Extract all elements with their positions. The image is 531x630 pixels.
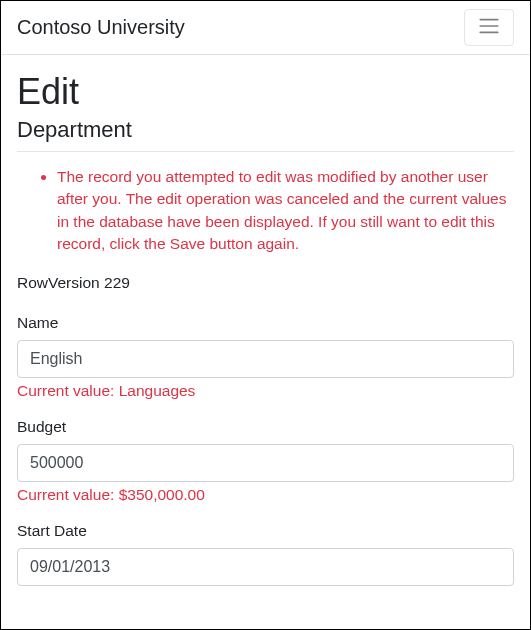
navbar-brand[interactable]: Contoso University [17,16,185,39]
navbar: Contoso University [1,1,530,55]
budget-input[interactable] [17,444,514,482]
start-date-input[interactable] [17,548,514,586]
row-version: RowVersion 229 [17,274,514,292]
row-version-label: RowVersion [17,274,100,291]
form-group-budget: Budget Current value: $350,000.00 [17,418,514,504]
form-group-name: Name Current value: Languages [17,314,514,400]
name-validation: Current value: Languages [17,382,514,400]
validation-summary-item: The record you attempted to edit was mod… [57,166,514,256]
divider [17,151,514,152]
navbar-toggle-button[interactable] [464,9,514,46]
page-container: Edit Department The record you attempted… [1,55,530,620]
page-subtitle: Department [17,117,514,143]
start-date-label: Start Date [17,522,514,540]
name-input[interactable] [17,340,514,378]
name-label: Name [17,314,514,332]
row-version-value: 229 [104,274,130,291]
budget-validation: Current value: $350,000.00 [17,486,514,504]
hamburger-icon [477,14,501,41]
budget-label: Budget [17,418,514,436]
page-title: Edit [17,71,514,113]
form-group-start-date: Start Date [17,522,514,586]
validation-summary: The record you attempted to edit was mod… [17,166,514,256]
